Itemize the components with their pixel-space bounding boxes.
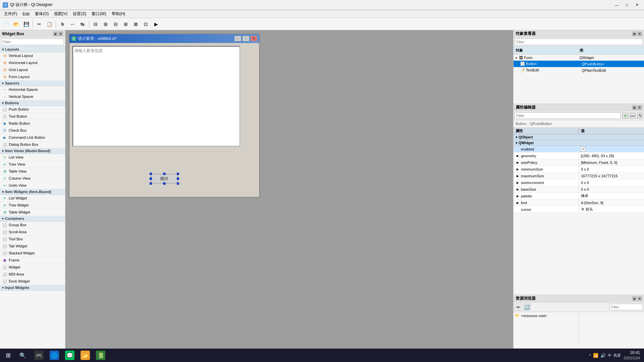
taskbar-app-files[interactable]: 📂 xyxy=(78,349,93,362)
taskbar-input-icon[interactable]: 风景 xyxy=(613,353,621,358)
widget-radio-button[interactable]: ◉ Radio Button xyxy=(0,120,65,127)
widget-vertical-spacer[interactable]: ↕ Vertical Spacer xyxy=(0,93,65,100)
widget-horizontal-spacer[interactable]: ↔ Horizontal Spacer xyxy=(0,86,65,93)
form-textarea[interactable] xyxy=(72,46,240,146)
minimize-btn[interactable]: — xyxy=(612,2,621,8)
resource-refresh-btn[interactable]: 🔄 xyxy=(523,303,531,311)
category-buttons[interactable]: Buttons xyxy=(0,100,65,106)
prop-row-minimumsize[interactable]: ▶ minimumSize 0 x 0 xyxy=(514,166,644,173)
widget-box-filter-input[interactable] xyxy=(1,39,64,45)
expand-font[interactable]: ▶ xyxy=(516,201,520,205)
resource-root-item[interactable]: 📁 <resource root> xyxy=(515,313,577,318)
form-statistics-button[interactable]: 统计 xyxy=(151,174,178,183)
expand-minimumsize[interactable]: ▶ xyxy=(516,167,520,171)
toolbar-copy[interactable]: 📋 xyxy=(45,19,54,29)
menu-file[interactable]: 文件(F) xyxy=(1,10,20,17)
category-containers[interactable]: Containers xyxy=(0,216,65,222)
widget-widget[interactable]: ⬜ Widget xyxy=(0,264,65,271)
toolbar-preview[interactable]: ▶ xyxy=(151,19,161,29)
taskbar-app-green[interactable]: 📗 xyxy=(93,349,108,362)
widget-undo-view[interactable]: ↩ Undo View xyxy=(0,182,65,189)
property-editor-close-btn[interactable]: ✕ xyxy=(637,105,642,110)
taskbar-app-wechat[interactable]: 💬 xyxy=(62,349,77,362)
property-remove-btn[interactable]: — xyxy=(630,113,636,119)
design-window-minimize[interactable]: — xyxy=(234,36,241,41)
expand-palette[interactable]: ▶ xyxy=(516,194,520,198)
close-btn[interactable]: ✕ xyxy=(633,2,641,8)
widget-stacked-widget[interactable]: ⬜ Stacked Widget xyxy=(0,250,65,257)
widget-dock-widget[interactable]: ⬜ Dock Widget xyxy=(0,278,65,285)
prop-row-cursor[interactable]: cursor 🖱 箭头 xyxy=(514,206,644,213)
design-window-maximize[interactable]: □ xyxy=(243,36,249,41)
toolbar-break[interactable]: ⊠ xyxy=(131,19,141,29)
menu-help[interactable]: 帮助(H) xyxy=(109,10,128,17)
property-filter-input[interactable] xyxy=(515,112,621,119)
taskbar-ime-icon[interactable]: 中 xyxy=(608,353,611,358)
toolbar-adjust[interactable]: ⊡ xyxy=(141,19,151,29)
object-inspector-filter[interactable] xyxy=(515,39,643,45)
menu-settings[interactable]: 设置(S) xyxy=(70,10,89,17)
prop-row-basesize[interactable]: ▶ baseSize 0 x 0 xyxy=(514,186,644,193)
expand-sizepolicy[interactable]: ▶ xyxy=(516,161,520,165)
maximize-btn[interactable]: □ xyxy=(623,2,631,8)
property-add-btn[interactable]: + xyxy=(622,113,628,119)
menu-window[interactable]: 窗口(W) xyxy=(89,10,109,17)
widget-group-box[interactable]: ⬜ Group Box xyxy=(0,222,65,229)
widget-form-layout[interactable]: ⊞ Form Layout xyxy=(0,73,65,80)
taskbar-network-icon[interactable]: 📶 xyxy=(593,353,598,358)
widget-tool-box[interactable]: ⬜ Tool Box xyxy=(0,236,65,243)
widget-table-widget[interactable]: ⊞ Table Widget xyxy=(0,209,65,216)
property-editor-float-btn[interactable]: ◈ xyxy=(632,105,637,110)
widget-push-button[interactable]: ⬜ Push Button xyxy=(0,106,65,113)
category-layouts[interactable]: Layouts xyxy=(0,47,65,52)
prop-row-enabled[interactable]: enabled ✓ xyxy=(514,146,644,153)
expand-basesize[interactable]: ▶ xyxy=(516,187,520,191)
widget-frame[interactable]: ▣ Frame xyxy=(0,257,65,264)
toolbar-tab[interactable]: ↹ xyxy=(78,19,87,29)
design-form[interactable]: 统计 xyxy=(69,43,259,197)
obj-row-form[interactable]: ▾ 🖼 Form QWidget xyxy=(514,55,644,61)
taskbar-app-browser[interactable]: 🌐 xyxy=(47,349,62,362)
widget-tab-widget[interactable]: ⬜ Tab Widget xyxy=(0,243,65,250)
menu-edit[interactable]: Edit xyxy=(20,11,32,17)
widget-vertical-layout[interactable]: ⊟ Vertical Layout xyxy=(0,52,65,59)
taskbar-app-pycharm[interactable]: 🎮 xyxy=(32,349,46,362)
widget-tree-view[interactable]: ⊳ Tree View xyxy=(0,161,65,168)
widget-tree-widget[interactable]: ⊳ Tree Widget xyxy=(0,202,65,209)
toolbar-signal-slot[interactable]: ↔ xyxy=(68,19,77,29)
toolbar-glayout[interactable]: ⊟ xyxy=(111,19,120,29)
expand-maximumsize[interactable]: ▶ xyxy=(516,174,520,178)
property-options-btn[interactable]: ✎ xyxy=(637,113,643,119)
prop-row-maximumsize[interactable]: ▶ maximumSize 16777215 x 16777215 xyxy=(514,173,644,179)
expand-sizeincrement[interactable]: ▶ xyxy=(516,181,520,185)
resource-browser-close-btn[interactable]: ✕ xyxy=(637,296,642,301)
widget-dialog-button-box[interactable]: ⬜ Dialog Button Box xyxy=(0,141,65,148)
toolbar-widget-editor[interactable]: 🖱 xyxy=(58,19,67,29)
taskbar-arrow-icon[interactable]: ^ xyxy=(589,353,591,358)
prop-row-geometry[interactable]: ▶ geometry [(280, 490), 93 x 28] xyxy=(514,153,644,159)
taskbar-search-btn[interactable]: 🔍 xyxy=(16,349,30,362)
category-spacers[interactable]: Spacers xyxy=(0,80,65,86)
design-window-close[interactable]: ✕ xyxy=(251,36,257,41)
widget-column-view[interactable]: ≡ Column View xyxy=(0,175,65,182)
category-input-widgets[interactable]: Input Widgets xyxy=(0,285,65,291)
object-inspector-float-btn[interactable]: ◈ xyxy=(632,32,637,36)
prop-row-palette[interactable]: ▶ palette 继承 xyxy=(514,193,644,199)
widget-list-view[interactable]: ≡ List View xyxy=(0,154,65,161)
widget-scroll-area[interactable]: ⬜ Scroll Area xyxy=(0,229,65,236)
toolbar-cut[interactable]: ✂ xyxy=(35,19,44,29)
prop-row-sizeincrement[interactable]: ▶ sizeIncrement 0 x 0 xyxy=(514,179,644,186)
prop-section-qwidget[interactable]: QWidget xyxy=(514,140,644,146)
widget-horizontal-layout[interactable]: ⊞ Horizontal Layout xyxy=(0,59,65,66)
toolbar-vlayout[interactable]: ⊞ xyxy=(101,19,110,29)
expand-geometry[interactable]: ▶ xyxy=(516,154,520,158)
object-inspector-close-btn[interactable]: ✕ xyxy=(637,32,642,36)
resource-edit-btn[interactable]: ✏ xyxy=(515,303,522,311)
toolbar-new[interactable]: 📄 xyxy=(1,19,11,29)
widget-box-float-btn[interactable]: ◈ xyxy=(53,32,58,36)
resource-browser-float-btn[interactable]: ◈ xyxy=(632,296,637,301)
toolbar-save[interactable]: 💾 xyxy=(21,19,31,29)
enabled-checkbox[interactable]: ✓ xyxy=(581,147,586,152)
widget-list-widget[interactable]: ≡ List Widget xyxy=(0,195,65,202)
menu-form[interactable]: 窗体(O) xyxy=(32,10,51,17)
